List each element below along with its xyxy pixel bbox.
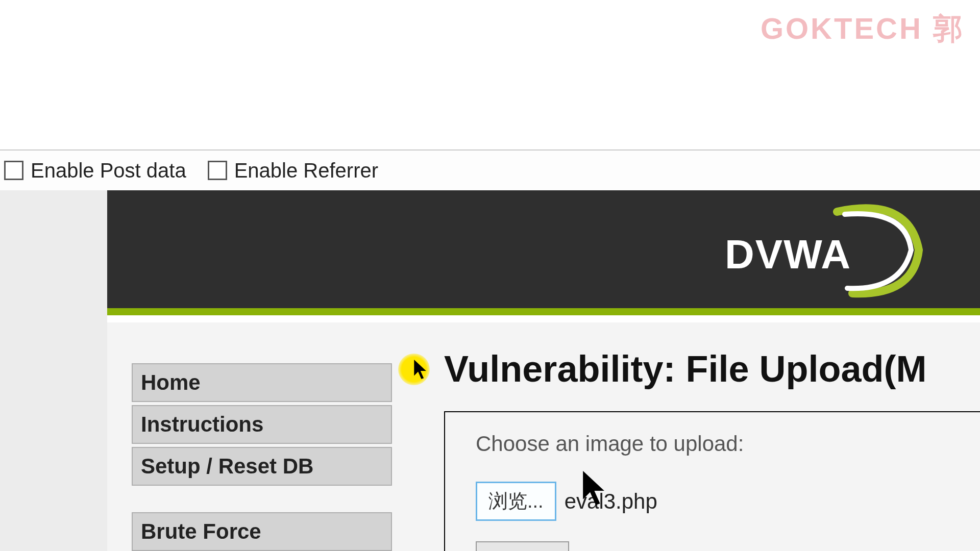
enable-post-label: Enable Post data [31,159,186,182]
sidebar-item-instructions[interactable]: Instructions [132,405,392,444]
sidebar-gap [132,489,389,512]
enable-referrer-label: Enable Referrer [234,159,378,182]
watermark-text: GOKTECH 郭 [761,9,965,49]
selected-filename: eval3.php [565,489,657,514]
sidebar-item-setup[interactable]: Setup / Reset DB [132,447,392,486]
devtools-toolbar: Enable Post data Enable Referrer [0,149,980,190]
file-input-row: 浏览... eval3.php [476,482,949,521]
checkbox-icon [4,161,23,180]
dvwa-swoosh-icon [822,202,924,298]
browse-button[interactable]: 浏览... [476,482,556,521]
enable-referrer-checkbox[interactable]: Enable Referrer [208,159,378,182]
upload-prompt: Choose an image to upload: [476,432,949,456]
sidebar: Home Instructions Setup / Reset DB Brute… [107,322,413,551]
upload-form: Choose an image to upload: 浏览... eval3.p… [444,411,980,551]
sidebar-item-home[interactable]: Home [132,363,392,402]
page-background: DVWA Home Instructions Setup / Reset DB … [0,190,980,551]
app-container: DVWA Home Instructions Setup / Reset DB … [107,190,980,551]
sidebar-item-bruteforce[interactable]: Brute Force [132,512,392,551]
app-header: DVWA [107,190,980,315]
upload-button[interactable]: Upload [476,541,569,551]
checkbox-icon [208,161,227,180]
enable-post-data-checkbox[interactable]: Enable Post data [4,159,186,182]
main-column: Vulnerability: File Upload(M Choose an i… [413,322,980,551]
content-wrap: Home Instructions Setup / Reset DB Brute… [107,322,980,551]
page-title: Vulnerability: File Upload(M [444,348,980,390]
dvwa-logo: DVWA [725,205,888,296]
